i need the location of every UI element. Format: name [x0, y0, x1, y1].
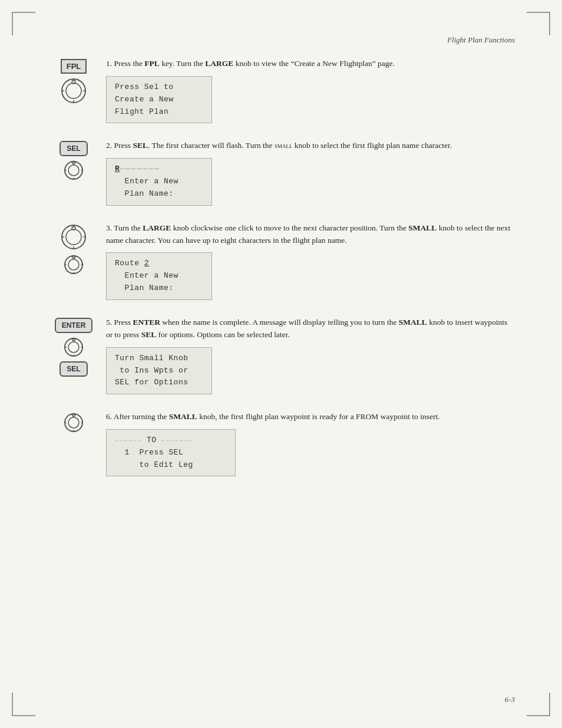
lcd-5-line1: Turn Small Knob — [115, 353, 203, 365]
small-knob-2 — [63, 254, 84, 275]
lcd-3-line3: Plan Name: — [115, 282, 203, 295]
step-2-text-col: 2. Press SEL. The first character will f… — [100, 140, 515, 211]
svg-point-14 — [62, 225, 85, 249]
step-6-text: 6. After turning the SMALL knob, the fir… — [106, 411, 515, 423]
lcd-2-line1: R─────── — [115, 163, 203, 176]
step-3-row: 3. Turn the LARGE knob clockwise one cli… — [47, 222, 515, 306]
step-2-text: 2. Press SEL. The first character will f… — [106, 140, 515, 152]
content: FPL 1. Press the FPL key. Turn the LARGE… — [47, 58, 515, 493]
step-2-icons: SEL — [47, 140, 100, 181]
large-knob-2 — [60, 223, 87, 251]
step-3-text-col: 3. Turn the LARGE knob clockwise one cli… — [100, 222, 515, 306]
step-5-lcd: Turn Small Knob to Ins Wpts or SEL for O… — [106, 347, 212, 394]
svg-point-22 — [68, 259, 79, 270]
lcd-1-line3: Flight Plan — [115, 106, 203, 118]
step-5-text-col: 5. Press ENTER when the name is complete… — [100, 317, 515, 400]
lcd-6-line1: –––––– TO ––––––– — [115, 434, 227, 447]
step-2-lcd: R─────── Enter a New Plan Name: — [106, 158, 212, 205]
step-1-lcd: Press Sel to Create a New Flight Plan — [106, 76, 212, 123]
step-5-icons: ENTER SEL — [47, 317, 100, 377]
lcd-5-line3: SEL for Options — [115, 377, 203, 389]
lcd-2-line3: Plan Name: — [115, 188, 203, 200]
lcd-6-line3: to Edit Leg — [115, 459, 227, 472]
lcd-2-line2: Enter a New — [115, 176, 203, 188]
svg-point-8 — [68, 165, 79, 176]
lcd-6-line2: 1 Press SEL — [115, 447, 227, 459]
step-1-text-col: 1. Press the FPL key. Turn the LARGE kno… — [100, 58, 515, 129]
small-knob-1 — [63, 160, 84, 181]
svg-point-36 — [68, 417, 79, 428]
corner-bl — [12, 693, 35, 716]
page-header: Flight Plan Functions — [47, 35, 515, 47]
lcd-1-line1: Press Sel to — [115, 81, 203, 94]
step-1-row: FPL 1. Press the FPL key. Turn the LARGE… — [47, 58, 515, 129]
step-1-text: 1. Press the FPL key. Turn the LARGE kno… — [106, 58, 515, 70]
sel-key-1: SEL — [59, 141, 87, 156]
step-3-text: 3. Turn the LARGE knob clockwise one cli… — [106, 222, 515, 247]
svg-point-29 — [68, 342, 79, 353]
step-5-row: ENTER SEL 5. Press ENTER when the name i… — [47, 317, 515, 400]
step-3-lcd: Route 2 Enter a New Plan Name: — [106, 252, 212, 299]
fpl-key: FPL — [61, 59, 87, 74]
large-knob-1 — [60, 77, 87, 104]
step-6-text-col: 6. After turning the SMALL knob, the fir… — [100, 411, 515, 482]
small-knob-4 — [63, 412, 84, 433]
step-6-icons — [47, 411, 100, 433]
step-1-icons: FPL — [47, 58, 100, 104]
step-2-row: SEL 2. Press SEL. The first character wi… — [47, 140, 515, 211]
sel-key-2: SEL — [59, 361, 87, 377]
enter-key: ENTER — [55, 318, 93, 333]
step-6-lcd: –––––– TO ––––––– 1 Press SEL to Edit Le… — [106, 429, 236, 476]
corner-tl — [12, 12, 35, 35]
corner-br — [527, 693, 550, 716]
step-6-row: 6. After turning the SMALL knob, the fir… — [47, 411, 515, 482]
svg-point-15 — [66, 229, 81, 245]
lcd-3-line2: Enter a New — [115, 270, 203, 282]
page-container: Flight Plan Functions FPL — [0, 0, 562, 728]
lcd-3-line1: Route 2 — [115, 258, 203, 270]
lcd-5-line2: to Ins Wpts or — [115, 365, 203, 377]
svg-point-1 — [66, 83, 81, 98]
page-number: 6-3 — [505, 695, 515, 704]
step-5-text: 5. Press ENTER when the name is complete… — [106, 317, 515, 341]
step-3-icons — [47, 222, 100, 275]
small-knob-3 — [63, 337, 84, 358]
svg-point-0 — [62, 79, 85, 103]
lcd-1-line2: Create a New — [115, 94, 203, 106]
corner-tr — [527, 12, 550, 35]
